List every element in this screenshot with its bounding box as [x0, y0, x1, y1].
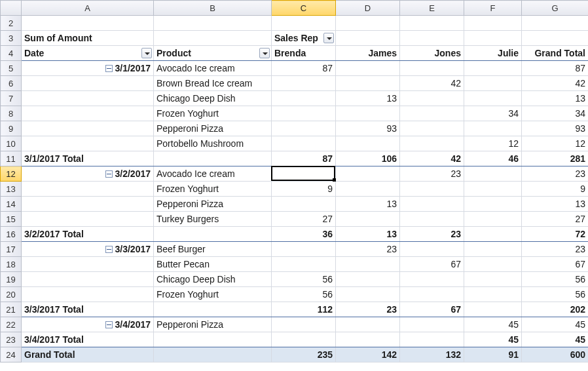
column-header-G[interactable]: G [522, 1, 589, 16]
cell-G15[interactable]: 27 [522, 212, 589, 227]
cell-G24[interactable]: 600 [522, 347, 589, 362]
cell-C12[interactable] [272, 166, 336, 182]
cell-C16[interactable]: 36 [272, 227, 336, 242]
cell-G19[interactable]: 56 [522, 272, 589, 287]
cell-F16[interactable] [464, 227, 522, 242]
cell-B4[interactable]: Product [154, 46, 272, 61]
cell-E6[interactable]: 42 [400, 76, 464, 91]
row-header-13[interactable]: 13 [1, 182, 22, 197]
cell-C17[interactable] [272, 242, 336, 257]
cell-G16[interactable]: 72 [522, 227, 589, 242]
cell-G9[interactable]: 93 [522, 121, 589, 136]
cell-D6[interactable] [336, 76, 400, 91]
cell-B14[interactable]: Pepperoni Pizza [154, 197, 272, 212]
cell-A12[interactable]: 3/2/2017 [22, 166, 154, 182]
collapse-icon[interactable] [105, 246, 113, 253]
cell-D16[interactable]: 13 [336, 227, 400, 242]
row-header-2[interactable]: 2 [1, 16, 22, 31]
cell-A8[interactable] [22, 106, 154, 121]
cell-D21[interactable]: 23 [336, 302, 400, 317]
row-header-15[interactable]: 15 [1, 212, 22, 227]
cell-A4[interactable]: Date [22, 46, 154, 61]
cell-A7[interactable] [22, 91, 154, 106]
cell-D11[interactable]: 106 [336, 151, 400, 166]
cell-A20[interactable] [22, 287, 154, 302]
cell-G2[interactable] [522, 16, 589, 31]
row-header-12[interactable]: 12 [1, 166, 22, 182]
cell-G18[interactable]: 67 [522, 257, 589, 272]
cell-E9[interactable] [400, 121, 464, 136]
cell-C10[interactable] [272, 136, 336, 151]
cell-B17[interactable]: Beef Burger [154, 242, 272, 257]
cell-A10[interactable] [22, 136, 154, 151]
cell-F20[interactable] [464, 287, 522, 302]
cell-D12[interactable] [336, 166, 400, 182]
column-header-C[interactable]: C [272, 1, 336, 16]
select-all-corner[interactable] [1, 1, 22, 16]
cell-B6[interactable]: Brown Bread Ice cream [154, 76, 272, 91]
cell-A6[interactable] [22, 76, 154, 91]
cell-C14[interactable] [272, 197, 336, 212]
cell-G10[interactable]: 12 [522, 136, 589, 151]
cell-E21[interactable]: 67 [400, 302, 464, 317]
cell-B9[interactable]: Pepperoni Pizza [154, 121, 272, 136]
row-header-24[interactable]: 24 [1, 347, 22, 362]
cell-A19[interactable] [22, 272, 154, 287]
cell-C18[interactable] [272, 257, 336, 272]
cell-C13[interactable]: 9 [272, 182, 336, 197]
cell-C23[interactable] [272, 332, 336, 347]
row-header-5[interactable]: 5 [1, 61, 22, 76]
cell-F13[interactable] [464, 182, 522, 197]
cell-D9[interactable]: 93 [336, 121, 400, 136]
cell-C20[interactable]: 56 [272, 287, 336, 302]
cell-D2[interactable] [336, 16, 400, 31]
cell-D22[interactable] [336, 317, 400, 332]
cell-D20[interactable] [336, 287, 400, 302]
cell-C3[interactable]: Sales Rep [272, 31, 336, 46]
cell-F22[interactable]: 45 [464, 317, 522, 332]
cell-F7[interactable] [464, 91, 522, 106]
cell-A18[interactable] [22, 257, 154, 272]
collapse-icon[interactable] [105, 65, 113, 72]
cell-A24[interactable]: Grand Total [22, 347, 154, 362]
cell-G5[interactable]: 87 [522, 61, 589, 76]
cell-F6[interactable] [464, 76, 522, 91]
cell-E20[interactable] [400, 287, 464, 302]
collapse-icon[interactable] [105, 321, 113, 328]
cell-G3[interactable] [522, 31, 589, 46]
cell-E4[interactable]: Jones [400, 46, 464, 61]
row-header-16[interactable]: 16 [1, 227, 22, 242]
cell-B18[interactable]: Butter Pecan [154, 257, 272, 272]
cell-F8[interactable]: 34 [464, 106, 522, 121]
cell-D10[interactable] [336, 136, 400, 151]
cell-F17[interactable] [464, 242, 522, 257]
cell-E3[interactable] [400, 31, 464, 46]
cell-A23[interactable]: 3/4/2017 Total [22, 332, 154, 347]
row-header-3[interactable]: 3 [1, 31, 22, 46]
cell-G17[interactable]: 23 [522, 242, 589, 257]
cell-D4[interactable]: James [336, 46, 400, 61]
cell-C19[interactable]: 56 [272, 272, 336, 287]
row-header-22[interactable]: 22 [1, 317, 22, 332]
cell-A14[interactable] [22, 197, 154, 212]
cell-F23[interactable]: 45 [464, 332, 522, 347]
cell-G4[interactable]: Grand Total [522, 46, 589, 61]
cell-G8[interactable]: 34 [522, 106, 589, 121]
column-header-A[interactable]: A [22, 1, 154, 16]
spreadsheet[interactable]: ABCDEFG 23Sum of AmountSales Rep4DatePro… [0, 0, 588, 371]
cell-A22[interactable]: 3/4/2017 [22, 317, 154, 332]
cell-E17[interactable] [400, 242, 464, 257]
cell-G6[interactable]: 42 [522, 76, 589, 91]
row-header-9[interactable]: 9 [1, 121, 22, 136]
cell-D24[interactable]: 142 [336, 347, 400, 362]
cell-F19[interactable] [464, 272, 522, 287]
row-header-14[interactable]: 14 [1, 197, 22, 212]
cell-F14[interactable] [464, 197, 522, 212]
cell-C15[interactable]: 27 [272, 212, 336, 227]
cell-F5[interactable] [464, 61, 522, 76]
column-header-B[interactable]: B [154, 1, 272, 16]
product-filter-dropdown[interactable] [259, 48, 270, 58]
row-header-6[interactable]: 6 [1, 76, 22, 91]
cell-E14[interactable] [400, 197, 464, 212]
cell-A21[interactable]: 3/3/2017 Total [22, 302, 154, 317]
